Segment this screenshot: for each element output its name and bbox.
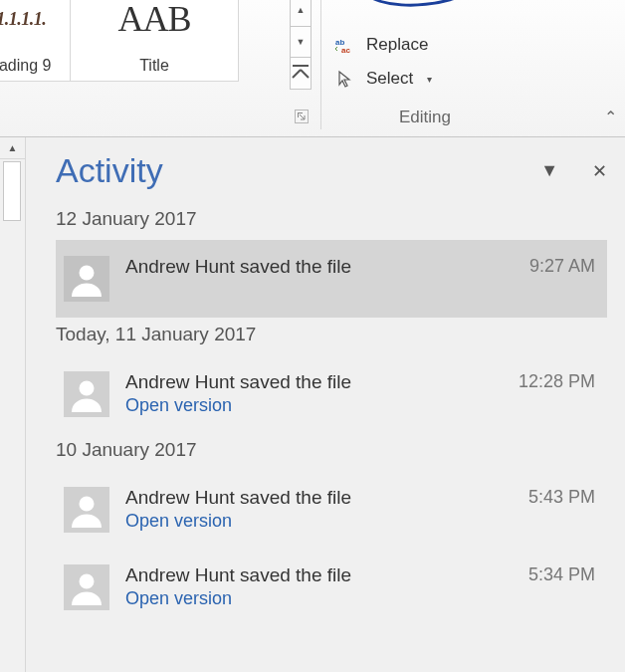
scroll-up-icon[interactable]: ▲: [0, 137, 25, 159]
collapse-ribbon-icon[interactable]: ⌃: [604, 108, 617, 126]
style-title[interactable]: AAB Title: [70, 0, 239, 82]
svg-text:ac: ac: [341, 46, 350, 53]
entry-body: Andrew Hunt saved the file: [125, 256, 504, 278]
pane-options-icon[interactable]: ▼: [540, 160, 558, 181]
ribbon-separator: [320, 0, 321, 129]
avatar: [64, 487, 109, 533]
select-label: Select: [366, 69, 413, 89]
annotation-circle: [355, 0, 490, 13]
pane-header-actions: ▼ ✕: [540, 160, 607, 182]
activity-entry[interactable]: Andrew Hunt saved the file Open version …: [56, 549, 607, 626]
replace-button[interactable]: ab ac Replace: [330, 28, 529, 62]
entry-time: 12:28 PM: [519, 371, 595, 392]
date-heading: 12 January 2017: [56, 208, 607, 230]
chevron-down-icon: ▾: [427, 74, 432, 85]
date-heading: Today, 11 January 2017: [56, 324, 607, 345]
open-version-link[interactable]: Open version: [125, 395, 493, 416]
svg-point-5: [80, 381, 95, 396]
activity-entry[interactable]: Andrew Hunt saved the file Open version …: [56, 355, 607, 433]
svg-point-7: [80, 574, 95, 589]
date-heading: 10 January 2017: [56, 439, 607, 461]
styles-expand[interactable]: [290, 58, 312, 90]
replace-label: Replace: [366, 35, 428, 55]
select-button[interactable]: Select ▾: [330, 62, 529, 96]
styles-scroll-down[interactable]: ▼: [290, 27, 312, 59]
open-version-link[interactable]: Open version: [125, 588, 503, 609]
open-version-link[interactable]: Open version: [125, 511, 503, 532]
entry-body: Andrew Hunt saved the file Open version: [125, 564, 503, 609]
entry-time: 5:43 PM: [528, 487, 595, 508]
activity-pane: Activity ▼ ✕ 12 January 2017 Andrew Hunt…: [26, 137, 625, 672]
entry-message: Andrew Hunt saved the file: [125, 371, 493, 393]
entry-body: Andrew Hunt saved the file Open version: [125, 487, 503, 532]
entry-body: Andrew Hunt saved the file Open version: [125, 371, 493, 416]
style-preview: AAB: [71, 0, 238, 43]
pane-title: Activity: [56, 151, 163, 190]
entry-message: Andrew Hunt saved the file: [125, 564, 503, 586]
close-icon[interactable]: ✕: [592, 160, 607, 182]
entry-time: 9:27 AM: [529, 256, 595, 277]
activity-entry[interactable]: Andrew Hunt saved the file 9:27 AM: [56, 240, 607, 318]
replace-icon: ab ac: [334, 37, 356, 53]
svg-point-6: [80, 497, 95, 512]
ribbon: 8 1.1.1.1.1. Heading 9 AAB Title ▲ ▼ Fin…: [0, 0, 625, 137]
select-cursor-icon: [334, 70, 356, 88]
editing-group: Find ▼ ab ac Replace Select ▾: [330, 0, 529, 96]
scroll-thumb[interactable]: [3, 161, 21, 221]
styles-dialog-launcher-icon[interactable]: [295, 110, 309, 123]
styles-scroll-up[interactable]: ▲: [290, 0, 312, 27]
pane-header: Activity ▼ ✕: [56, 151, 607, 190]
activity-entry[interactable]: Andrew Hunt saved the file Open version …: [56, 471, 607, 549]
style-label: Title: [71, 57, 238, 75]
entry-time: 5:34 PM: [528, 564, 595, 585]
document-scrollbar[interactable]: ▲: [0, 137, 26, 672]
avatar: [64, 256, 109, 302]
avatar: [64, 371, 109, 417]
editing-group-label: Editing: [330, 108, 520, 127]
entry-message: Andrew Hunt saved the file: [125, 487, 503, 509]
entry-message: Andrew Hunt saved the file: [125, 256, 504, 278]
content-split: ▲ Activity ▼ ✕ 12 January 2017 Andrew Hu…: [0, 137, 625, 672]
svg-point-4: [80, 266, 95, 281]
avatar: [64, 564, 109, 610]
styles-group-caption: [0, 104, 314, 129]
styles-scrollbar: ▲ ▼: [290, 0, 312, 90]
styles-gallery: 8 1.1.1.1.1. Heading 9 AAB Title: [0, 0, 318, 90]
